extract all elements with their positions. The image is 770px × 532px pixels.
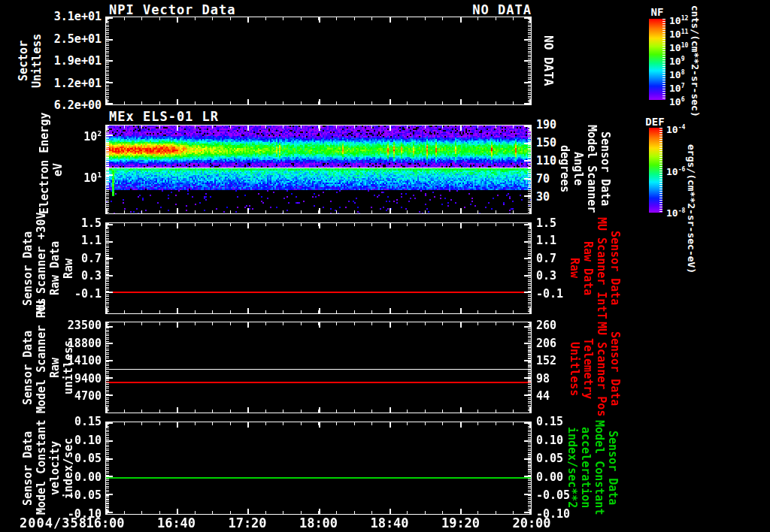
axis-minor-ticks bbox=[528, 223, 531, 313]
axis-major-tick bbox=[106, 407, 108, 413]
axis-label-line: eV bbox=[51, 125, 65, 214]
axis-major-tick bbox=[247, 322, 249, 328]
axis-major-tick bbox=[524, 241, 531, 243]
def-colorbar-units: ergs/(cm**2-sr-sec-eV) bbox=[686, 117, 697, 301]
tick-label: 3.1e+01 bbox=[54, 11, 102, 23]
axis-label-line: acceleration bbox=[579, 413, 593, 522]
axis-major-tick bbox=[390, 99, 391, 104]
axis-major-tick bbox=[390, 223, 391, 228]
axis-major-tick bbox=[390, 509, 391, 514]
panel3-ylabel: Sensor DataMU Scanner +30VRaw DataRaw bbox=[21, 222, 75, 314]
axis-major-tick bbox=[106, 292, 113, 293]
tick-label: 1011 bbox=[669, 26, 688, 38]
tick-label: 30 bbox=[536, 191, 556, 203]
axis-major-tick bbox=[319, 509, 320, 514]
axis-major-tick bbox=[106, 17, 113, 19]
tick-label: 110 bbox=[536, 155, 556, 167]
tick-label: 2.5e+01 bbox=[54, 33, 102, 45]
axis-major-tick bbox=[460, 223, 462, 228]
axis-major-tick bbox=[106, 60, 113, 62]
tick-label: 0.3 bbox=[536, 270, 563, 282]
axis-major-tick bbox=[247, 422, 249, 428]
axis-major-tick bbox=[529, 308, 531, 313]
axis-major-tick bbox=[460, 125, 462, 131]
tick-label: 152 bbox=[536, 355, 556, 367]
panel5-ylabel: Sensor DataModel Constantvelocityindex/s… bbox=[21, 422, 75, 515]
axis-major-tick bbox=[524, 258, 531, 259]
tick-label: 0.3 bbox=[81, 270, 102, 282]
axis-major-tick bbox=[460, 17, 462, 23]
tick-label: 109 bbox=[669, 53, 688, 65]
axis-label-line: Raw Data bbox=[48, 222, 62, 314]
axis-major-tick bbox=[524, 39, 531, 41]
axis-major-tick bbox=[177, 208, 178, 213]
plot-page: NPI Vector Data NO DATA MEx ELS-01 LR 3.… bbox=[0, 0, 770, 532]
axis-major-tick bbox=[524, 82, 531, 83]
axis-major-tick bbox=[524, 512, 531, 513]
npi-vector-panel bbox=[105, 17, 532, 105]
axis-major-tick bbox=[524, 360, 531, 361]
axis-label-line: Sensor Data bbox=[21, 222, 35, 314]
tick-label: 101 bbox=[83, 169, 102, 181]
axis-major-tick bbox=[319, 422, 320, 428]
axis-label-line: Unitless bbox=[30, 17, 44, 105]
tick-label: 1.5 bbox=[81, 217, 102, 229]
tick-label: 1012 bbox=[669, 13, 688, 25]
axis-major-tick bbox=[524, 143, 531, 144]
axis-major-tick bbox=[390, 308, 391, 313]
axis-major-tick bbox=[177, 223, 178, 228]
model-scanner-pos-raw-line bbox=[106, 369, 531, 370]
axis-major-tick bbox=[106, 39, 113, 41]
axis-label-line: Raw bbox=[48, 322, 62, 413]
axis-major-tick bbox=[106, 326, 113, 328]
axis-major-tick bbox=[524, 275, 531, 277]
axis-label-line: Unitless bbox=[568, 317, 581, 421]
nf-colorbar bbox=[649, 19, 665, 100]
tick-label: -0.1 bbox=[536, 288, 563, 300]
panel1-status: NO DATA bbox=[376, 2, 532, 17]
tick-label: 98 bbox=[536, 373, 556, 385]
axis-major-tick bbox=[390, 17, 391, 23]
tick-label: 206 bbox=[536, 337, 556, 349]
axis-major-tick bbox=[106, 394, 113, 396]
axis-major-tick bbox=[524, 160, 531, 162]
xaxis-tick-labels: 16:0016:4017:2018:0018:4019:2020:00 bbox=[81, 515, 556, 530]
axis-label-line: index/sec**2 bbox=[565, 413, 579, 522]
axis-major-tick bbox=[106, 103, 113, 104]
axis-major-tick bbox=[247, 125, 249, 131]
axis-label-line: Raw bbox=[568, 216, 581, 320]
tick-label: 1.1 bbox=[536, 234, 563, 246]
tick-label: 16:00 bbox=[81, 515, 129, 530]
axis-major-tick bbox=[106, 208, 108, 213]
tick-label: 107 bbox=[669, 80, 688, 92]
mu-scanner-intt-raw-line bbox=[106, 292, 531, 293]
tick-label: 0.15 bbox=[74, 416, 102, 428]
def-colorbar-tick-labels: 10-410-610-8 bbox=[666, 122, 685, 217]
axis-major-tick bbox=[177, 509, 178, 514]
tick-label: 102 bbox=[83, 128, 102, 140]
tick-label: 20:00 bbox=[508, 515, 556, 530]
axis-minor-ticks bbox=[528, 422, 531, 514]
axis-label-line: Raw bbox=[62, 222, 75, 314]
axis-major-tick bbox=[460, 308, 462, 313]
axis-minor-ticks bbox=[528, 125, 531, 213]
axis-major-tick bbox=[390, 407, 391, 413]
panel4-rtick-labels: 2602061529844 bbox=[536, 319, 556, 402]
axis-major-tick bbox=[106, 458, 113, 460]
axis-major-tick bbox=[460, 509, 462, 514]
axis-major-tick bbox=[247, 99, 249, 104]
tick-label: 0.7 bbox=[81, 252, 102, 264]
axis-label-line: Sensor Data bbox=[608, 216, 622, 320]
axis-major-tick bbox=[247, 407, 249, 413]
axis-label-line: Angle bbox=[571, 117, 585, 221]
axis-major-tick bbox=[319, 125, 320, 131]
axis-major-tick bbox=[106, 476, 113, 477]
axis-label-line: Electron Energy bbox=[38, 125, 51, 214]
axis-major-tick bbox=[390, 322, 391, 328]
panel3-right-label: Sensor DataMU Scanner IntTRaw DataRaw bbox=[568, 216, 622, 320]
axis-major-tick bbox=[524, 343, 531, 344]
tick-label: 0.00 bbox=[74, 471, 102, 483]
panel1-ytick-labels: 3.1e+012.5e+011.9e+011.2e+016.2e+00 bbox=[38, 11, 102, 111]
def-colorbar-minor-ticks bbox=[659, 128, 662, 213]
axis-major-tick bbox=[524, 292, 531, 293]
